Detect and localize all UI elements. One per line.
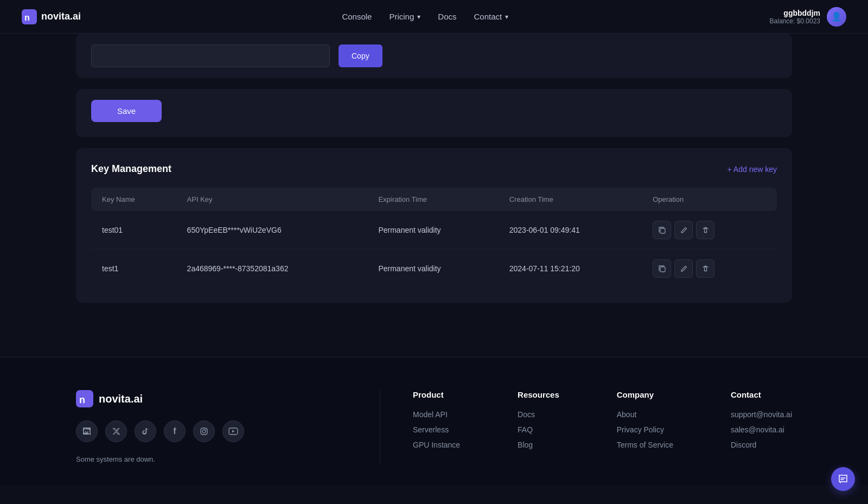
footer-link-docs[interactable]: Docs [518, 410, 559, 419]
api-key-1: 650YpEeEB****vWiU2eVG6 [176, 211, 368, 250]
operations-2 [642, 250, 777, 288]
key-management-header: Key Management + Add new key [91, 163, 777, 175]
keys-table: Key Name API Key Expiration Time Creatio… [91, 188, 777, 288]
contact-chevron-icon: ▾ [505, 13, 508, 21]
svg-rect-6 [201, 428, 207, 435]
footer-link-model-api[interactable]: Model API [413, 410, 460, 419]
footer-link-serverless[interactable]: Serverless [413, 425, 460, 434]
footer-link-blog[interactable]: Blog [518, 441, 559, 449]
top-action-button[interactable]: Copy [339, 44, 382, 67]
top-section: Copy [76, 34, 792, 78]
col-operation: Operation [642, 188, 777, 211]
instagram-icon[interactable] [193, 420, 215, 442]
edit-key-button-1[interactable] [674, 221, 693, 239]
footer-link-terms-of-service[interactable]: Terms of Service [617, 441, 673, 449]
footer-inner: n novita.ai [76, 390, 792, 463]
svg-text:n: n [24, 13, 30, 22]
footer: n novita.ai [0, 357, 868, 485]
footer-col-company-heading: Company [617, 390, 673, 399]
svg-text:n: n [79, 394, 85, 405]
table-header: Key Name API Key Expiration Time Creatio… [91, 188, 777, 211]
footer-col-resources-heading: Resources [518, 390, 559, 399]
table-body: test01 650YpEeEB****vWiU2eVG6 Permanent … [91, 211, 777, 288]
svg-point-8 [206, 429, 207, 430]
key-management-section: Key Management + Add new key Key Name AP… [76, 148, 792, 303]
footer-link-support-email[interactable]: support@novita.ai [731, 410, 792, 419]
avatar-icon: 👤 [831, 11, 842, 22]
footer-col-product-heading: Product [413, 390, 460, 399]
nav-console[interactable]: Console [342, 12, 372, 21]
add-new-key-button[interactable]: + Add new key [727, 165, 777, 174]
top-input-field[interactable] [91, 44, 330, 67]
tiktok-icon[interactable] [135, 420, 156, 442]
creation-1: 2023-06-01 09:49:41 [499, 211, 642, 250]
footer-logo-text: novita.ai [99, 393, 143, 405]
expiration-1: Permanent validity [367, 211, 498, 250]
footer-logo: n novita.ai [76, 390, 380, 407]
expiration-2: Permanent validity [367, 250, 498, 288]
main-content: Copy Save Key Management + Add new key K… [0, 34, 868, 357]
nav-pricing[interactable]: Pricing ▾ [389, 12, 420, 21]
twitter-icon[interactable] [105, 420, 127, 442]
footer-links: Product Model API Serverless GPU Instanc… [380, 390, 792, 463]
edit-key-button-2[interactable] [674, 259, 693, 278]
key-name-2: test1 [91, 250, 176, 288]
navbar: n novita.ai Console Pricing ▾ Docs Conta… [0, 0, 868, 34]
footer-link-privacy-policy[interactable]: Privacy Policy [617, 425, 673, 434]
footer-col-contact: Contact support@novita.ai sales@novita.a… [731, 390, 792, 463]
save-button[interactable]: Save [91, 100, 162, 122]
svg-rect-3 [660, 267, 665, 272]
copy-key-button-2[interactable] [653, 259, 671, 278]
footer-link-about[interactable]: About [617, 410, 673, 419]
creation-2: 2024-07-11 15:21:20 [499, 250, 642, 288]
col-expiration: Expiration Time [367, 188, 498, 211]
youtube-icon[interactable] [222, 420, 244, 442]
delete-key-button-2[interactable] [696, 259, 714, 278]
user-balance: Balance: $0.0023 [770, 17, 820, 25]
col-key-name: Key Name [91, 188, 176, 211]
footer-col-resources: Resources Docs FAQ Blog [518, 390, 559, 463]
facebook-icon[interactable]: f [164, 420, 186, 442]
copy-key-button-1[interactable] [653, 221, 671, 239]
delete-key-button-1[interactable] [696, 221, 714, 239]
discord-icon[interactable] [76, 420, 98, 442]
svg-rect-2 [660, 228, 665, 233]
brand-logo[interactable]: n novita.ai [22, 9, 81, 24]
key-management-title: Key Management [91, 163, 171, 175]
user-info: ggbbddjm Balance: $0.0023 [770, 9, 820, 25]
api-key-2: 2a468969-****-87352081a362 [176, 250, 368, 288]
chat-button[interactable] [831, 467, 855, 491]
social-icons: f [76, 420, 380, 442]
footer-col-company: Company About Privacy Policy Terms of Se… [617, 390, 673, 463]
key-name-1: test01 [91, 211, 176, 250]
footer-col-contact-heading: Contact [731, 390, 792, 399]
username: ggbbddjm [770, 9, 820, 17]
system-status: Some systems are down. [76, 455, 380, 463]
footer-link-sales-email[interactable]: sales@novita.ai [731, 425, 792, 434]
logo-text: novita.ai [41, 11, 81, 22]
op-buttons-2 [653, 259, 766, 278]
op-buttons-1 [653, 221, 766, 239]
user-section: ggbbddjm Balance: $0.0023 👤 [770, 7, 846, 27]
table-header-row: Key Name API Key Expiration Time Creatio… [91, 188, 777, 211]
footer-col-product: Product Model API Serverless GPU Instanc… [413, 390, 460, 463]
table-row: test1 2a468969-****-87352081a362 Permane… [91, 250, 777, 288]
footer-link-faq[interactable]: FAQ [518, 425, 559, 434]
save-section: Save [76, 89, 792, 137]
avatar[interactable]: 👤 [827, 7, 846, 27]
footer-brand: n novita.ai [76, 390, 380, 463]
col-creation: Creation Time [499, 188, 642, 211]
footer-link-discord[interactable]: Discord [731, 441, 792, 449]
col-api-key: API Key [176, 188, 368, 211]
footer-link-gpu-instance[interactable]: GPU Instance [413, 441, 460, 449]
operations-1 [642, 211, 777, 250]
pricing-chevron-icon: ▾ [417, 13, 420, 21]
nav-docs[interactable]: Docs [438, 12, 456, 21]
nav-contact[interactable]: Contact ▾ [474, 12, 509, 21]
table-row: test01 650YpEeEB****vWiU2eVG6 Permanent … [91, 211, 777, 250]
nav-links: Console Pricing ▾ Docs Contact ▾ [342, 12, 508, 21]
svg-point-7 [202, 430, 206, 433]
